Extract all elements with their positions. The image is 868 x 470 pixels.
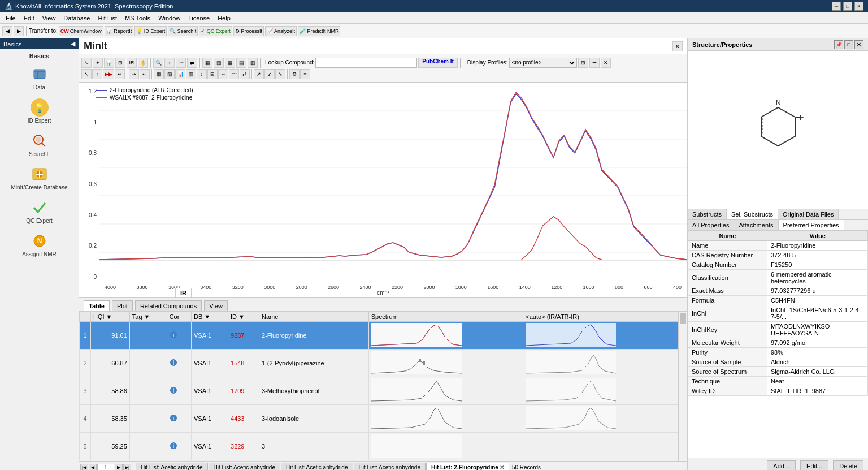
predictnmr-btn[interactable]: 🧪 PredictIt NMR [298,26,341,36]
display-profiles-select[interactable]: <no profile> [509,58,577,68]
struct-panel-close-btn[interactable]: ✕ [854,40,863,49]
sidebar-item-qcexpert[interactable]: QC Expert [3,195,75,227]
r1-btn1[interactable]: ↖ [81,69,92,79]
struct-panel-float-btn[interactable]: □ [844,40,853,49]
ir-tab[interactable]: IR [175,288,192,297]
menu-database[interactable]: Database [60,14,93,23]
results-scrollbar[interactable] [678,312,687,461]
r1-btn19[interactable]: ⚙ [289,69,300,79]
back-btn[interactable]: ◀ [2,26,12,36]
r1-btn15[interactable]: ⇄ [240,69,250,79]
r1-btn3[interactable]: ▶▶ [103,69,114,79]
col-name[interactable]: Name [259,312,368,322]
struct-tab-preferred[interactable]: Preferred Properties [779,220,844,230]
struct-tab-sel-substructs[interactable]: Sel. Substructs [727,209,778,219]
r1-btn20[interactable]: ≡ [300,69,310,79]
col-cor[interactable]: Cor [167,312,191,322]
table-row[interactable]: 5 59.25 i VSAI1 3229 3- [80,433,678,460]
sidebar-toggle[interactable]: ◀ [71,40,75,48]
table-row[interactable]: 2 60.87 i VSAI1 1548 1-(2-Pyridyl)pipera… [80,350,678,377]
menu-file[interactable]: File [2,14,19,23]
close-btn[interactable]: ✕ [854,2,863,11]
struct-tab-attachments[interactable]: Attachments [734,220,778,230]
add-btn[interactable]: Add... [767,460,796,471]
r1-btn9[interactable]: 📊 [175,69,185,79]
chemwindow-btn[interactable]: CW ChemWindow [59,26,103,36]
spec-btn3[interactable]: ▦ [225,58,235,68]
idexpert-btn[interactable]: 💡 ID Expert [134,26,167,36]
arrow2-btn[interactable]: ⇄ [187,58,197,68]
arrow-btn[interactable]: ↕ [164,58,175,68]
r1-btn14[interactable]: 〰 [229,69,239,79]
r1-btn13[interactable]: ↔ [218,69,228,79]
r1-btn8[interactable]: ▧ [164,69,175,79]
spec-btn5[interactable]: ▥ [248,58,258,68]
table-row[interactable]: 4 58.35 i VSAI1 4433 3-Iodoanisole [80,405,678,433]
r1-btn18[interactable]: ⤡ [275,69,285,79]
sidebar-item-searchit[interactable]: SearchIt [3,128,75,161]
spec-btn1[interactable]: ▦ [202,58,212,68]
lookup-input[interactable] [315,58,417,68]
sidebar-item-minit[interactable]: MinIt/Create Database [3,162,75,194]
r1-btn2[interactable]: ↑ [92,69,102,79]
col-spectrum[interactable]: Spectrum [368,312,523,322]
ir-btn[interactable]: IR [127,58,137,68]
r1-btn7[interactable]: ▦ [154,69,164,79]
r1-btn5[interactable]: ⇢ [129,69,139,79]
minit-close-btn[interactable]: ✕ [672,41,683,51]
col-id[interactable]: ID ▼ [228,312,259,322]
struct-tab-substructs[interactable]: Substructs [688,209,727,219]
sidebar-item-idexpert[interactable]: 💡 ID Expert [3,95,75,127]
menu-mstools[interactable]: MS Tools [121,14,154,23]
analyzit-btn[interactable]: 📈 AnalyzeIt [265,26,297,36]
sidebar-item-data[interactable]: Data [3,62,75,94]
bottom-tab-1[interactable]: Hit List: Acetic anhydride [136,463,208,471]
pubchem-btn[interactable]: PubChem It [418,58,458,68]
results-tab-view[interactable]: View [204,300,228,311]
r1-btn17[interactable]: ↙ [264,69,275,79]
r1-btn16[interactable]: ↗ [254,69,264,79]
r1-btn6[interactable]: ⇠ [140,69,150,79]
struct-panel-pin-btn[interactable]: 📌 [834,40,843,49]
bar-chart-btn[interactable]: 📊 [104,58,114,68]
searchit-btn[interactable]: 🔍 SearchIt [168,26,198,36]
table-btn[interactable]: ⊞ [115,58,125,68]
bottom-tab-5-close[interactable]: ✕ [500,464,504,470]
r1-btn11[interactable]: ↕ [197,69,207,79]
zoom-btn[interactable]: 🔍 [153,58,163,68]
graph-btn[interactable]: 〰 [176,58,186,68]
nav-last-btn[interactable]: ▶| [123,464,131,471]
struct-tab-all-props[interactable]: All Properties [688,220,734,230]
menu-license[interactable]: License [185,14,213,23]
struct-tab-original-data[interactable]: Original Data Files [778,209,839,219]
r1-btn12[interactable]: ⊞ [207,69,218,79]
processit-btn[interactable]: ⚙ ProcessIt [233,26,264,36]
results-tab-table[interactable]: Table [84,300,110,311]
maximize-btn[interactable]: □ [843,2,852,11]
spec-btn4[interactable]: ▤ [236,58,246,68]
results-tab-related[interactable]: Related Compounds [135,300,202,311]
bottom-tab-4[interactable]: Hit List: Acetic anhydride [354,463,426,471]
col-auto[interactable]: <auto> (IR/ATR-IR) [523,312,678,322]
col-tag[interactable]: Tag ▼ [129,312,167,322]
edit-btn[interactable]: Edit... [800,460,828,471]
col-db[interactable]: DB ▼ [191,312,228,322]
close2-btn[interactable]: ✕ [601,58,611,68]
grid-btn[interactable]: ⊞ [578,58,588,68]
table-row[interactable]: 1 91.61 i VSAI1 9887 2-Fluoropyridine [80,322,678,350]
menu-window[interactable]: Window [155,14,184,23]
qcexpert-btn[interactable]: ✓ QC Expert [199,26,232,36]
reportit-btn[interactable]: 📊 ReportIt [105,26,134,36]
bottom-tab-3[interactable]: Hit List: Acetic anhydride [281,463,353,471]
minimize-btn[interactable]: ─ [832,2,841,11]
menu-hitlist[interactable]: Hit List [94,14,120,23]
hand-btn[interactable]: ✋ [138,58,148,68]
bottom-tab-5[interactable]: Hit List: 2-Fluoropyridine ✕ [426,463,509,471]
nav-next-btn[interactable]: ▶ [115,464,123,471]
menu-help[interactable]: Help [214,14,234,23]
bottom-tab-2[interactable]: Hit List: Acetic anhydride [209,463,281,471]
col-hqi[interactable]: HQI ▼ [91,312,130,322]
table-row[interactable]: 3 58.86 i VSAI1 1709 3-Methoxythiophenol [80,377,678,405]
plus-btn[interactable]: + [93,58,103,68]
menu-view[interactable]: View [39,14,59,23]
